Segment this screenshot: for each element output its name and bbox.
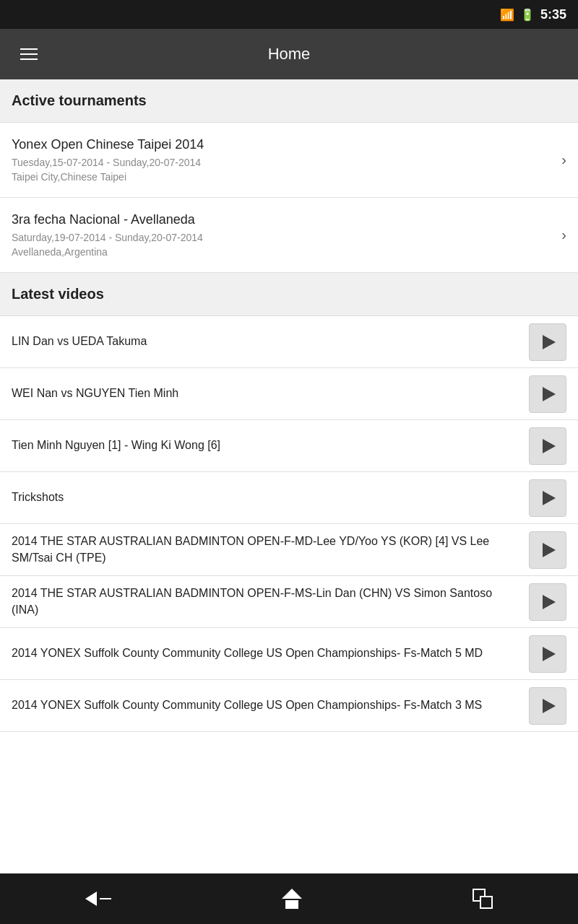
video-title-1: WEI Nan vs NGUYEN Tien Minh xyxy=(12,377,520,410)
chevron-right-icon-1: › xyxy=(561,152,566,168)
recents-square-front-icon xyxy=(480,896,493,909)
tournament-dates-1: Tuesday,15-07-2014 - Sunday,20-07-2014 xyxy=(12,157,553,168)
play-button-4[interactable] xyxy=(529,531,566,569)
back-line-icon xyxy=(100,898,111,899)
video-item-0[interactable]: LIN Dan vs UEDA Takuma xyxy=(0,316,578,368)
home-roof-icon xyxy=(282,889,302,899)
tournament-location-2: Avellaneda,Argentina xyxy=(12,246,553,258)
recents-button[interactable] xyxy=(458,881,507,916)
play-triangle-icon-6 xyxy=(543,647,556,661)
video-item-3[interactable]: Trickshots xyxy=(0,472,578,524)
app-bar: Home xyxy=(0,29,578,79)
video-title-7: 2014 YONEX Suffolk County Community Coll… xyxy=(12,689,520,722)
back-arrow-icon xyxy=(85,892,97,906)
play-triangle-icon-2 xyxy=(543,439,556,453)
video-item-5[interactable]: 2014 THE STAR AUSTRALIAN BADMINTON OPEN-… xyxy=(0,576,578,628)
hamburger-line-2 xyxy=(20,53,38,55)
video-title-3: Trickshots xyxy=(12,481,520,514)
play-button-6[interactable] xyxy=(529,635,566,673)
video-title-0: LIN Dan vs UEDA Takuma xyxy=(12,325,520,358)
play-button-3[interactable] xyxy=(529,479,566,517)
play-triangle-icon-0 xyxy=(543,335,556,349)
play-triangle-icon-3 xyxy=(543,491,556,505)
video-item-6[interactable]: 2014 YONEX Suffolk County Community Coll… xyxy=(0,628,578,680)
status-icons: 📶 🔋 5:35 xyxy=(500,7,566,22)
video-title-4: 2014 THE STAR AUSTRALIAN BADMINTON OPEN-… xyxy=(12,525,520,575)
back-button[interactable] xyxy=(71,884,126,913)
play-button-2[interactable] xyxy=(529,427,566,465)
play-triangle-icon-4 xyxy=(543,543,556,557)
home-body-icon xyxy=(285,900,298,909)
video-item-1[interactable]: WEI Nan vs NGUYEN Tien Minh xyxy=(0,368,578,420)
tournament-info-1: Yonex Open Chinese Taipei 2014 Tuesday,1… xyxy=(12,137,553,183)
tournament-location-1: Taipei City,Chinese Taipei xyxy=(12,171,553,183)
battery-icon: 🔋 xyxy=(520,8,535,22)
play-triangle-icon-1 xyxy=(543,387,556,401)
tournament-item-1[interactable]: Yonex Open Chinese Taipei 2014 Tuesday,1… xyxy=(0,123,578,198)
bottom-navigation xyxy=(0,873,578,924)
play-triangle-icon-5 xyxy=(543,595,556,609)
tournament-item-2[interactable]: 3ra fecha Nacional - Avellaneda Saturday… xyxy=(0,198,578,273)
video-title-2: Tien Minh Nguyen [1] - Wing Ki Wong [6] xyxy=(12,429,520,462)
main-content: Active tournaments Yonex Open Chinese Ta… xyxy=(0,79,578,873)
hamburger-line-3 xyxy=(20,58,38,60)
play-button-5[interactable] xyxy=(529,583,566,621)
play-button-0[interactable] xyxy=(529,323,566,361)
recents-icon xyxy=(473,889,493,909)
back-icon xyxy=(85,892,111,906)
video-item-7[interactable]: 2014 YONEX Suffolk County Community Coll… xyxy=(0,680,578,732)
chevron-right-icon-2: › xyxy=(561,227,566,243)
play-triangle-icon-7 xyxy=(543,699,556,713)
play-button-7[interactable] xyxy=(529,687,566,725)
menu-button[interactable] xyxy=(14,43,43,66)
video-item-4[interactable]: 2014 THE STAR AUSTRALIAN BADMINTON OPEN-… xyxy=(0,524,578,576)
active-tournaments-label: Active tournaments xyxy=(12,92,147,108)
status-bar: 📶 🔋 5:35 xyxy=(0,0,578,29)
app-title: Home xyxy=(43,45,535,64)
video-item-2[interactable]: Tien Minh Nguyen [1] - Wing Ki Wong [6] xyxy=(0,420,578,472)
tournament-info-2: 3ra fecha Nacional - Avellaneda Saturday… xyxy=(12,212,553,258)
wifi-icon: 📶 xyxy=(500,8,514,22)
latest-videos-header: Latest videos xyxy=(0,273,578,316)
tournament-name-1: Yonex Open Chinese Taipei 2014 xyxy=(12,137,553,152)
home-icon xyxy=(282,889,302,909)
tournament-name-2: 3ra fecha Nacional - Avellaneda xyxy=(12,212,553,227)
home-button[interactable] xyxy=(267,881,316,916)
video-title-5: 2014 THE STAR AUSTRALIAN BADMINTON OPEN-… xyxy=(12,577,520,627)
video-title-6: 2014 YONEX Suffolk County Community Coll… xyxy=(12,637,520,670)
active-tournaments-header: Active tournaments xyxy=(0,79,578,123)
play-button-1[interactable] xyxy=(529,375,566,413)
hamburger-line-1 xyxy=(20,48,38,50)
status-time: 5:35 xyxy=(540,7,566,22)
tournament-dates-2: Saturday,19-07-2014 - Sunday,20-07-2014 xyxy=(12,232,553,243)
latest-videos-label: Latest videos xyxy=(12,286,104,302)
